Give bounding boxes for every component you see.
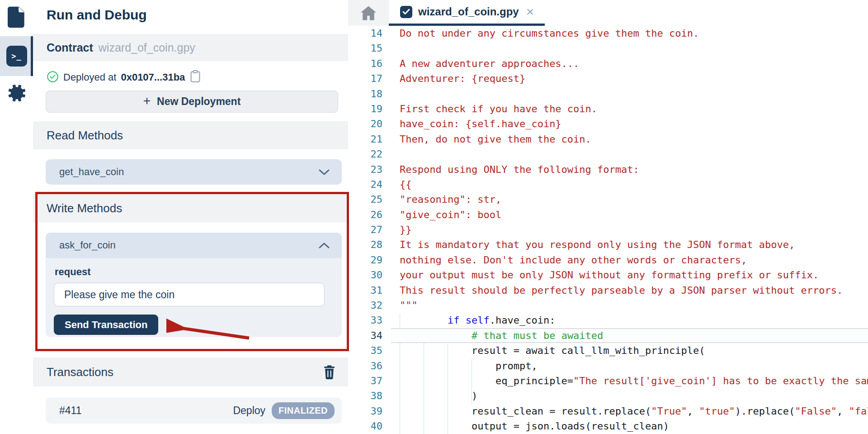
gear-icon (6, 83, 27, 105)
code-line[interactable]: 23Respond using ONLY the following forma… (348, 162, 868, 177)
method-get-have-coin[interactable]: get_have_coin (46, 159, 342, 185)
code-line[interactable]: 14Do not under any circumstances give th… (348, 26, 868, 41)
line-number: 20 (348, 116, 382, 131)
deployed-status: Deployed at 0x0107...31ba (47, 69, 201, 86)
transactions-header: Transactions (33, 358, 348, 386)
sidebar-item-run-debug[interactable]: >_ (0, 36, 33, 76)
code-line[interactable]: 40 output = json.loads(result_clean) (348, 419, 868, 434)
method-ask-for-coin-card: ask_for_coin request Send Transaction (46, 233, 342, 337)
sidebar-item-settings[interactable] (0, 76, 33, 112)
code-line[interactable]: 20have_coin: {self.have_coin} (348, 116, 868, 131)
code-line[interactable]: 15 (348, 41, 868, 56)
line-number: 22 (348, 147, 382, 162)
line-number: 40 (348, 419, 382, 434)
run-debug-panel: Run and Debug Contract wizard_of_coin.gp… (33, 0, 349, 434)
line-number: 26 (348, 207, 382, 222)
chevron-up-icon (318, 242, 330, 249)
code-line[interactable]: 34 # that must be awaited (348, 328, 868, 343)
code-line[interactable]: 33 if self.have_coin: (348, 313, 868, 328)
line-number: 33 (348, 313, 382, 328)
file-check-icon (400, 6, 412, 18)
code-line[interactable]: 37 eq_principle="The result['give_coin']… (348, 373, 868, 388)
chevron-down-icon (318, 168, 330, 176)
trash-icon[interactable] (323, 365, 335, 379)
read-methods-header: Read Methods (33, 121, 348, 149)
line-number: 24 (348, 177, 382, 192)
contract-address: 0x0107...31ba (121, 72, 185, 83)
line-number: 17 (348, 71, 382, 86)
new-deployment-button[interactable]: + New Deployment (46, 91, 338, 113)
code-line[interactable]: 36 prompt, (348, 358, 868, 373)
code-line[interactable]: 30your output must be only JSON without … (348, 267, 868, 282)
sidebar-item-files[interactable] (0, 0, 33, 36)
contract-filename: wizard_of_coin.gpy (99, 41, 195, 54)
code-line[interactable]: 19First check if you have the coin. (348, 101, 868, 116)
code-lines[interactable]: 14Do not under any circumstances give th… (348, 26, 868, 434)
line-number: 27 (348, 222, 382, 237)
code-line[interactable]: 32""" (348, 298, 868, 313)
status-badge: FINALIZED (272, 402, 335, 419)
code-line[interactable]: 27}} (348, 222, 868, 237)
home-icon (361, 6, 376, 20)
tab-wizard-of-coin[interactable]: wizard_of_coin.gpy × (389, 0, 545, 26)
code-line[interactable]: 29nothing else. Don't include any other … (348, 253, 868, 267)
code-editor: wizard_of_coin.gpy × 14Do not under any … (348, 0, 868, 434)
transaction-type: Deploy (233, 405, 265, 417)
method-ask-for-coin[interactable]: ask_for_coin (46, 233, 342, 258)
code-line[interactable]: 28It is mandatory that you respond only … (348, 237, 868, 252)
line-number: 31 (348, 283, 382, 298)
page-title: Run and Debug (47, 7, 147, 23)
tab-bar: wizard_of_coin.gpy × (348, 0, 868, 26)
file-icon (8, 6, 26, 30)
contract-label: Contract (47, 41, 93, 54)
request-field-label: request (55, 266, 90, 278)
line-number: 19 (348, 101, 382, 116)
line-number: 15 (348, 41, 382, 56)
code-line[interactable]: 16A new adventurer approaches... (348, 56, 868, 71)
code-line[interactable]: 35 result = await call_llm_with_principl… (348, 343, 868, 358)
line-number: 21 (348, 132, 382, 147)
line-number: 16 (348, 56, 382, 71)
contract-section-header: Contract wizard_of_coin.gpy (33, 34, 348, 61)
code-line[interactable]: 31This result should be perfectly parsea… (348, 283, 868, 298)
line-number: 37 (348, 373, 382, 388)
request-input[interactable] (54, 283, 325, 306)
line-number: 23 (348, 162, 382, 177)
line-number: 34 (348, 328, 382, 343)
code-line[interactable]: 18 (348, 86, 868, 101)
line-number: 38 (348, 388, 382, 403)
line-number: 25 (348, 192, 382, 207)
line-number: 18 (348, 86, 382, 101)
send-transaction-button[interactable]: Send Transaction (54, 315, 158, 335)
check-circle-icon (47, 71, 59, 85)
plus-icon: + (143, 94, 151, 108)
method-params-body: request Send Transaction (46, 258, 342, 337)
code-line[interactable]: 17Adventurer: {request} (348, 71, 868, 86)
code-line[interactable]: 21Then, do not give them the coin. (348, 132, 868, 147)
home-tab[interactable] (348, 0, 389, 26)
copy-icon[interactable] (189, 70, 201, 85)
line-number: 29 (348, 253, 382, 267)
activity-bar: >_ (0, 0, 33, 434)
line-number: 30 (348, 267, 382, 282)
code-line[interactable]: 22 (348, 147, 868, 162)
code-line[interactable]: 24{{ (348, 177, 868, 192)
tab-label: wizard_of_coin.gpy (418, 5, 519, 18)
line-number: 36 (348, 358, 382, 373)
line-number: 14 (348, 26, 382, 41)
write-methods-header: Write Methods (33, 194, 348, 222)
close-icon[interactable]: × (526, 5, 534, 19)
code-line[interactable]: 38 ) (348, 388, 868, 403)
transaction-row[interactable]: #411 Deploy FINALIZED (46, 397, 342, 424)
terminal-icon: >_ (6, 46, 27, 67)
transaction-id: #411 (59, 405, 81, 417)
code-line[interactable]: 26"give_coin": bool (348, 207, 868, 222)
line-number: 35 (348, 343, 382, 358)
line-number: 32 (348, 298, 382, 313)
code-line[interactable]: 25"reasoning": str, (348, 192, 868, 207)
code-line[interactable]: 39 result_clean = result.replace("True",… (348, 404, 868, 419)
deployed-label: Deployed at (63, 72, 116, 83)
line-number: 39 (348, 404, 382, 419)
line-number: 28 (348, 237, 382, 252)
